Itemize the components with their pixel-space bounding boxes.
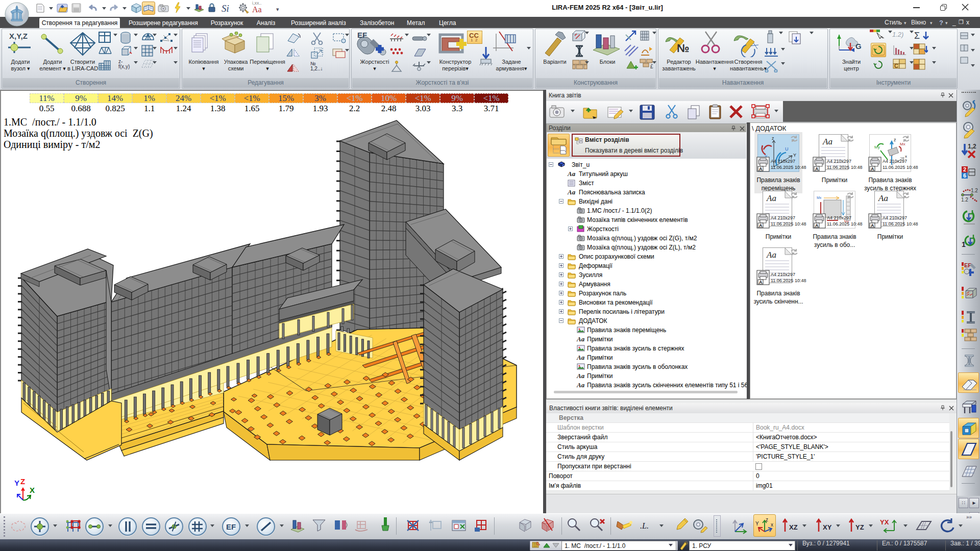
svg-text:2: 2 bbox=[963, 166, 966, 172]
svg-text:EF: EF bbox=[226, 522, 236, 531]
svg-text:Aa: Aa bbox=[822, 137, 832, 146]
svg-text:Z: Z bbox=[20, 479, 25, 486]
svg-text:Aa: Aa bbox=[878, 193, 888, 203]
svg-text:A: A bbox=[815, 223, 819, 228]
svg-text:XY: XY bbox=[823, 523, 832, 531]
svg-text:Aa: Aa bbox=[766, 193, 776, 203]
svg-text:My: My bbox=[874, 145, 880, 149]
svg-text:Y: Y bbox=[755, 521, 759, 527]
svg-text:Mx: Mx bbox=[900, 142, 905, 146]
svg-text:Y: Y bbox=[14, 479, 19, 487]
svg-text:XZ: XZ bbox=[789, 523, 798, 531]
svg-text:1,2: 1,2 bbox=[968, 143, 976, 150]
svg-text:x: x bbox=[771, 522, 773, 528]
svg-text:A: A bbox=[759, 280, 763, 285]
svg-text:A: A bbox=[759, 166, 763, 171]
svg-text:z: z bbox=[772, 136, 774, 141]
svg-text:Mx: Mx bbox=[817, 196, 822, 199]
svg-text:Aa: Aa bbox=[766, 250, 776, 260]
svg-text:x: x bbox=[905, 154, 907, 159]
svg-text:A: A bbox=[815, 166, 819, 171]
svg-text:YZ: YZ bbox=[855, 523, 864, 531]
svg-text:Y: Y bbox=[793, 153, 796, 158]
svg-text:1.2: 1.2 bbox=[961, 197, 968, 203]
svg-text:1.2: 1.2 bbox=[971, 188, 978, 193]
svg-text:A: A bbox=[871, 223, 874, 228]
svg-text:U: U bbox=[785, 146, 789, 152]
svg-text:z: z bbox=[766, 517, 768, 522]
svg-text:YX: YX bbox=[880, 518, 889, 526]
svg-text:A: A bbox=[871, 166, 874, 171]
svg-text:A: A bbox=[759, 223, 763, 228]
svg-text:X: X bbox=[30, 486, 35, 494]
svg-text:6: 6 bbox=[963, 172, 966, 179]
svg-text:z: z bbox=[894, 137, 896, 142]
